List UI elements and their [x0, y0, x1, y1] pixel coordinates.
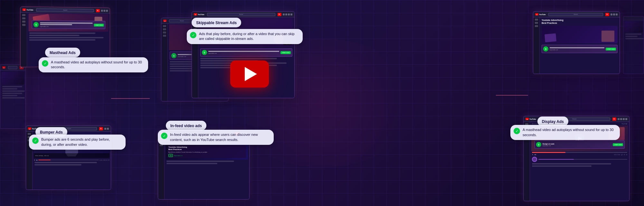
infeed-title: In-feed video ads — [170, 124, 202, 128]
start-now-btn[interactable]: START NOW — [94, 23, 104, 26]
screen-far-left: 🔍 — [0, 64, 26, 129]
masthead-desc-bubble: ✓ A masthead video ad autoplays without … — [39, 57, 148, 72]
skippable-title-bubble: Skippable Stream Ads — [192, 18, 241, 27]
superside-label: Superside.com — [174, 155, 183, 156]
masthead-check-icon: ✓ — [42, 60, 48, 67]
bumper-check-icon: ✓ — [32, 137, 39, 144]
infeed-check-icon: ✓ — [161, 133, 167, 139]
connect-line-2 — [496, 95, 528, 96]
play-triangle-icon — [245, 67, 257, 81]
masthead-title-bubble: Masthead Ads — [45, 48, 80, 57]
ad-label: Ad — [168, 154, 173, 157]
screen-ytads: YouTube Search 🔍 Youtube AdvertisingBest… — [533, 11, 620, 74]
skippable-title: Skippable Stream Ads — [196, 21, 237, 25]
bumper-desc-bubble: ✓ Bumper ads are 6 seconds and play befo… — [29, 135, 126, 150]
yt-logo-text: YouTube — [26, 9, 33, 11]
display-description: A masthead video ad autoplays without so… — [523, 127, 615, 137]
infeed-title-bubble: In-feed video ads — [166, 121, 206, 130]
display-title: Display Ads — [542, 119, 564, 124]
display-desc-bubble: ✓ A masthead video ad autoplays without … — [510, 125, 620, 140]
connect-line-1 — [111, 98, 150, 99]
search-btn[interactable]: 🔍 — [96, 9, 100, 12]
bumper-description: Bumper ads are 6 seconds and play before… — [41, 137, 121, 147]
superside-url: superside.com — [40, 25, 93, 27]
youtube-play-button[interactable] — [230, 61, 269, 88]
skippable-desc-bubble: ✓ Ads that play before, during or after … — [187, 29, 303, 44]
masthead-description: A masthead video ad autoplays without so… — [51, 60, 144, 70]
infeed-desc-bubble: ✓ In-feed video ads appear where users c… — [158, 130, 274, 145]
ytads-title: Youtube AdvertisingBest Practices — [542, 19, 618, 24]
infeed-description: In-feed video ads appear where users can… — [170, 132, 269, 142]
skip-ad-btn[interactable]: Skip Ad ▶ — [621, 123, 627, 125]
bumper-title: Bumper Ads — [40, 130, 63, 135]
display-check-icon: ✓ — [514, 128, 520, 134]
skippable-check-icon: ✓ — [190, 32, 196, 38]
screen-far-right — [623, 16, 644, 74]
skippable-description: Ads that play before, during or after a … — [199, 32, 298, 42]
masthead-title: Masthead Ads — [50, 51, 76, 55]
